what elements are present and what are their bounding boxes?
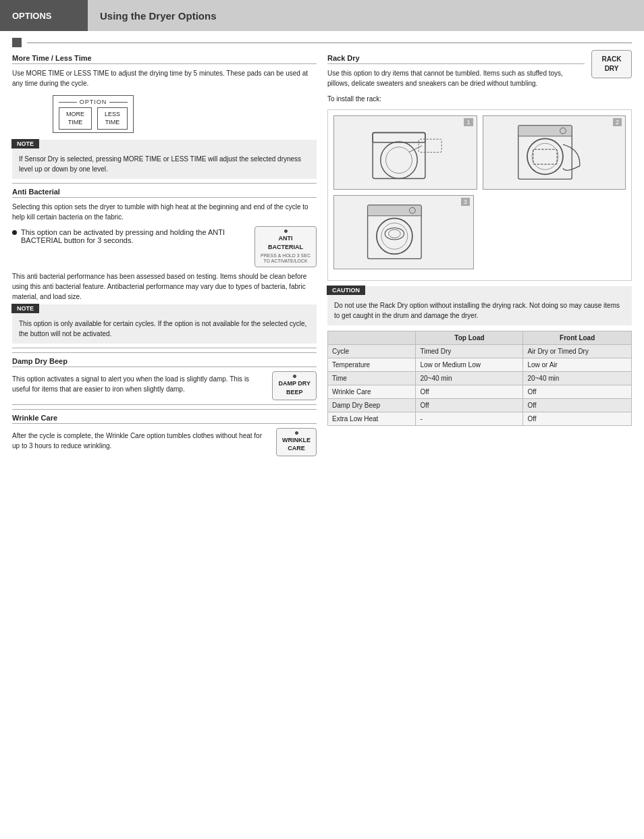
right-column: Rack Dry Use this option to dry items th… xyxy=(327,50,632,460)
divider2 xyxy=(12,348,317,348)
section-header-box xyxy=(12,38,22,47)
dryer-front-load-svg-1 xyxy=(490,119,618,185)
svg-point-3 xyxy=(385,147,412,173)
divider4 xyxy=(12,404,317,405)
section-header xyxy=(12,38,632,47)
svg-point-9 xyxy=(527,139,563,175)
antibacterial-btn-label: ANTIBACTERIAL xyxy=(261,234,311,251)
table-cell-5-2: Off xyxy=(523,412,632,426)
wrinkle-care-title: Wrinkle Care xyxy=(12,414,317,424)
table-cell-3-2: Off xyxy=(523,385,632,399)
more-time-button[interactable]: MORE TIME xyxy=(59,107,92,130)
rack-dry-images-grid: 1 xyxy=(327,109,632,281)
table-cell-4-0: Damp Dry Beep xyxy=(328,399,416,412)
rack-dry-title: Rack Dry xyxy=(327,54,585,64)
table-col-header-1: Top Load xyxy=(416,331,523,345)
table-cell-4-2: Off xyxy=(523,399,632,412)
antibacterial-body1: Selecting this option sets the dryer to … xyxy=(12,202,317,222)
damp-dry-button[interactable]: DAMP DRYBEEP xyxy=(272,371,317,400)
svg-rect-0 xyxy=(373,133,425,179)
damp-dry-btn-label: DAMP DRYBEEP xyxy=(278,379,311,396)
option-section: More Time / Less Time Use MORE TIME or L… xyxy=(12,54,317,179)
wrinkle-care-button[interactable]: WRINKLECARE xyxy=(276,428,317,456)
svg-rect-4 xyxy=(419,140,441,153)
rack-dry-body1: Use this option to dry items that cannot… xyxy=(327,68,585,88)
antibacterial-bullet1-text: This option can be activated by pressing… xyxy=(21,228,249,244)
dryer-top-load-svg xyxy=(342,119,469,185)
antibacterial-note-tab: NOTE xyxy=(11,304,39,313)
damp-dry-btn-dot xyxy=(293,375,296,378)
rack-dry-image-1: 1 xyxy=(333,115,477,190)
rack-dry-table: Top Load Front Load CycleTimed DryAir Dr… xyxy=(327,331,632,426)
less-time-button[interactable]: LESS TIME xyxy=(97,107,128,130)
damp-dry-body1: This option activates a signal to alert … xyxy=(12,374,267,394)
antibacterial-btn-dot xyxy=(284,229,288,233)
table-row: Damp Dry BeepOffOff xyxy=(328,399,632,412)
option-label: OPTION xyxy=(59,99,128,105)
option-note-text: If Sensor Dry is selected, pressing MORE… xyxy=(19,154,310,174)
damp-dry-section: Damp Dry Beep This option activates a si… xyxy=(12,357,317,400)
antibacterial-note-text: This option is only available for certai… xyxy=(19,319,310,339)
rack-dry-images-bottom-row: 3 xyxy=(333,195,626,269)
divider1 xyxy=(12,183,317,184)
rack-dry-button[interactable]: RACKDRY xyxy=(591,50,632,78)
table-cell-3-0: Wrinkle Care xyxy=(328,385,416,399)
antibacterial-title: Anti Bacterial xyxy=(12,188,317,198)
image-2-num: 2 xyxy=(613,118,622,126)
rack-dry-caution-box: CAUTION Do not use the Rack Dry option w… xyxy=(327,286,632,325)
dryer-front-load-svg-2 xyxy=(341,199,466,265)
svg-point-18 xyxy=(389,229,401,238)
rack-dry-btn-label: RACKDRY xyxy=(597,53,626,75)
rack-dry-body2: To install the rack: xyxy=(327,94,632,104)
divider5 xyxy=(12,409,317,410)
table-row: Wrinkle CareOffOff xyxy=(328,385,632,399)
table-cell-2-2: 20~40 min xyxy=(523,372,632,385)
caution-text: Do not use the Rack Dry option without i… xyxy=(334,300,625,321)
option-note-box: NOTE If Sensor Dry is selected, pressing… xyxy=(12,140,317,179)
svg-rect-7 xyxy=(518,126,572,136)
table-cell-2-1: 20~40 min xyxy=(416,372,523,385)
table-cell-1-0: Temperature xyxy=(328,358,416,372)
table-cell-2-0: Time xyxy=(328,372,416,385)
table-cell-3-1: Off xyxy=(416,385,523,399)
svg-point-15 xyxy=(377,219,412,254)
table-cell-0-1: Timed Dry xyxy=(416,345,523,358)
svg-rect-1 xyxy=(373,133,425,143)
wrinkle-care-btn-label: WRINKLECARE xyxy=(282,436,311,453)
two-column-layout: More Time / Less Time Use MORE TIME or L… xyxy=(0,50,644,460)
rack-dry-images-top-row: 1 xyxy=(333,115,626,190)
damp-dry-title: Damp Dry Beep xyxy=(12,357,317,367)
svg-rect-11 xyxy=(533,150,557,165)
rack-dry-section: Rack Dry Use this option to dry items th… xyxy=(327,50,632,426)
table-col-header-0 xyxy=(328,331,416,345)
table-row: CycleTimed DryAir Dry or Timed Dry xyxy=(328,345,632,358)
header-label: OPTIONS xyxy=(0,0,88,31)
option-button-group: OPTION MORE TIME LESS TIME xyxy=(53,95,134,133)
svg-rect-13 xyxy=(368,205,422,216)
bullet-dot xyxy=(12,230,17,235)
table-cell-1-1: Low or Medium Low xyxy=(416,358,523,372)
option-buttons-row: MORE TIME LESS TIME xyxy=(59,107,128,130)
antibacterial-button[interactable]: ANTIBACTERIAL PRESS & HOLD 3 SECTO ACTIV… xyxy=(254,226,317,267)
rack-dry-image-3: 3 xyxy=(333,195,474,269)
table-cell-0-2: Air Dry or Timed Dry xyxy=(523,345,632,358)
section-header-line xyxy=(27,43,632,43)
table-cell-4-1: Off xyxy=(416,399,523,412)
caution-tab: CAUTION xyxy=(327,286,365,295)
table-row: TemperatureLow or Medium LowLow or Air xyxy=(328,358,632,372)
option-body1: Use MORE TIME or LESS TIME to adjust the… xyxy=(12,68,317,88)
page-header: OPTIONS Using the Dryer Options xyxy=(0,0,644,31)
table-cell-0-0: Cycle xyxy=(328,345,416,358)
antibacterial-bullet1: This option can be activated by pressing… xyxy=(12,228,249,244)
wrinkle-care-body1: After the cycle is complete, the Wrinkle… xyxy=(12,431,271,451)
wrinkle-care-btn-dot xyxy=(295,431,298,435)
svg-point-10 xyxy=(532,144,558,170)
option-section-title: More Time / Less Time xyxy=(12,54,317,64)
antibacterial-note-box: NOTE This option is only available for c… xyxy=(12,304,317,344)
antibacterial-btn-sub: PRESS & HOLD 3 SECTO ACTIVATE/LOCK xyxy=(261,253,311,265)
option-note-tab: NOTE xyxy=(11,139,39,148)
header-title: Using the Dryer Options xyxy=(88,0,644,31)
table-cell-5-1: - xyxy=(416,412,523,426)
rack-dry-image-2: 2 xyxy=(483,115,626,190)
antibacterial-section: Anti Bacterial Selecting this option set… xyxy=(12,188,317,344)
